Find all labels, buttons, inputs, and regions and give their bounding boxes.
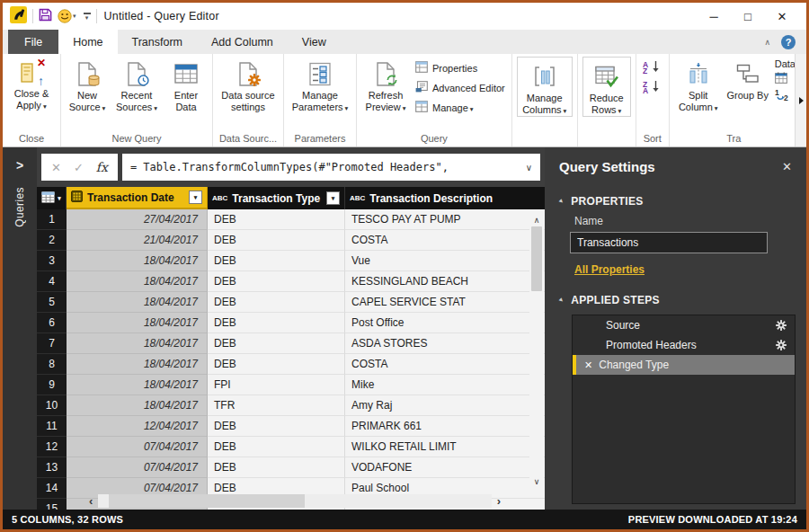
data-source-settings-button[interactable]: Data source settings bbox=[216, 55, 280, 113]
cell-transaction-date[interactable]: 18/04/2017 bbox=[67, 313, 208, 333]
scroll-left-icon[interactable]: ‹ bbox=[84, 494, 98, 508]
cell-transaction-type[interactable]: DEB bbox=[208, 292, 345, 313]
cell-transaction-description[interactable]: ASDA STORES bbox=[345, 333, 545, 354]
cell-transaction-date[interactable]: 18/04/2017 bbox=[67, 292, 208, 313]
step-settings-gear-icon[interactable] bbox=[776, 320, 787, 331]
row-number[interactable]: 8 bbox=[37, 354, 67, 375]
cell-transaction-type[interactable]: DEB bbox=[208, 354, 345, 375]
new-source-button[interactable]: New Source▾ bbox=[64, 55, 111, 113]
feedback-smiley-button[interactable]: ▾ bbox=[58, 9, 76, 23]
data-type-label[interactable]: Data bbox=[775, 58, 796, 69]
tab-view[interactable]: View bbox=[288, 30, 341, 54]
row-number[interactable]: 15 bbox=[37, 499, 67, 510]
cell-transaction-description[interactable]: VODAFONE bbox=[345, 457, 545, 478]
row-number[interactable]: 5 bbox=[37, 292, 67, 313]
advanced-editor-button[interactable]: Advanced Editor bbox=[415, 80, 505, 95]
formula-accept-icon[interactable]: ✓ bbox=[74, 161, 84, 174]
fx-icon[interactable]: fx bbox=[96, 160, 108, 174]
ribbon-overflow-strip[interactable] bbox=[795, 54, 806, 146]
cell-transaction-description[interactable]: KESSINGLAND BEACH bbox=[345, 271, 545, 292]
cell-transaction-date[interactable]: 18/04/2017 bbox=[67, 354, 208, 375]
cell-transaction-type[interactable]: DEB bbox=[208, 457, 345, 478]
minimize-button[interactable]: ─ bbox=[697, 10, 731, 23]
cell-transaction-type[interactable]: DEB bbox=[208, 251, 345, 271]
collapse-ribbon-icon[interactable]: ∧ bbox=[764, 38, 770, 47]
row-number[interactable]: 12 bbox=[37, 437, 67, 457]
save-button[interactable] bbox=[39, 8, 52, 25]
query-name-input[interactable] bbox=[570, 232, 768, 253]
row-number[interactable]: 3 bbox=[37, 251, 67, 271]
select-all-corner-button[interactable]: ▾ bbox=[37, 187, 67, 209]
cell-transaction-date[interactable]: 07/04/2017 bbox=[67, 457, 208, 478]
delete-step-icon[interactable]: ✕ bbox=[584, 359, 592, 371]
row-number[interactable]: 11 bbox=[37, 416, 67, 437]
close-and-apply-button[interactable]: ✕ ↑ Close & Apply▾ bbox=[5, 55, 58, 111]
cell-transaction-date[interactable]: 12/04/2017 bbox=[67, 416, 208, 437]
cell-transaction-description[interactable]: COSTA bbox=[345, 354, 545, 375]
cell-transaction-date[interactable]: 21/04/2017 bbox=[67, 230, 208, 251]
cell-transaction-description[interactable]: Vue bbox=[345, 251, 545, 271]
refresh-preview-button[interactable]: Refresh Preview▾ bbox=[360, 55, 412, 113]
cell-transaction-description[interactable]: PRIMARK 661 bbox=[345, 416, 545, 437]
expand-queries-pane-icon[interactable]: > bbox=[16, 158, 23, 173]
step-promoted-headers[interactable]: Promoted Headers bbox=[573, 335, 795, 355]
properties-button[interactable]: Properties bbox=[415, 60, 505, 75]
cell-transaction-description[interactable]: Post Office bbox=[345, 313, 545, 333]
group-by-button[interactable]: Group By bbox=[725, 55, 771, 102]
manage-columns-button[interactable]: Manage Columns▾ bbox=[518, 58, 572, 116]
applied-steps-section-header[interactable]: ▲ APPLIED STEPS bbox=[545, 276, 806, 312]
cell-transaction-date[interactable]: 07/04/2017 bbox=[67, 437, 208, 457]
enter-data-button[interactable]: Enter Data bbox=[163, 55, 209, 113]
cell-transaction-date[interactable]: 18/04/2017 bbox=[67, 395, 208, 416]
scroll-up-icon[interactable]: ∧ bbox=[529, 213, 544, 226]
cell-transaction-type[interactable]: DEB bbox=[208, 313, 345, 333]
formula-expand-icon[interactable]: ∨ bbox=[526, 163, 532, 173]
cell-transaction-type[interactable]: DEB bbox=[208, 271, 345, 292]
close-panel-icon[interactable]: ✕ bbox=[782, 160, 792, 173]
split-column-button[interactable]: Split Column▾ bbox=[672, 55, 725, 113]
horizontal-scroll-track[interactable] bbox=[98, 494, 491, 508]
column-header-transaction-description[interactable]: ABC Transaction Description bbox=[345, 187, 545, 209]
step-settings-gear-icon[interactable] bbox=[776, 340, 787, 350]
filter-dropdown-button[interactable]: ▾ bbox=[189, 191, 202, 204]
cell-transaction-description[interactable]: WILKO RETAIL LIMIT bbox=[345, 437, 545, 457]
filter-dropdown-button[interactable]: ▾ bbox=[326, 191, 340, 205]
cell-transaction-date[interactable]: 18/04/2017 bbox=[67, 375, 208, 395]
tab-transform[interactable]: Transform bbox=[118, 30, 198, 54]
properties-section-header[interactable]: ▲ PROPERTIES bbox=[545, 184, 806, 213]
horizontal-scroll-thumb[interactable] bbox=[109, 494, 305, 508]
scroll-right-icon[interactable]: › bbox=[492, 494, 506, 508]
row-number[interactable]: 14 bbox=[37, 478, 67, 499]
recent-sources-button[interactable]: Recent Sources▾ bbox=[111, 55, 163, 113]
step-source[interactable]: Source bbox=[573, 315, 795, 335]
queries-pane-label[interactable]: Queries bbox=[13, 187, 26, 227]
cell-transaction-type[interactable]: DEB bbox=[208, 416, 345, 437]
cell-transaction-description[interactable]: COSTA bbox=[345, 230, 545, 251]
row-number[interactable]: 7 bbox=[37, 333, 67, 354]
all-properties-link[interactable]: All Properties bbox=[574, 263, 645, 276]
cell-transaction-date[interactable]: 18/04/2017 bbox=[67, 271, 208, 292]
formula-cancel-icon[interactable]: ✕ bbox=[51, 161, 61, 174]
horizontal-scrollbar[interactable]: ‹ › bbox=[84, 493, 506, 508]
tab-home[interactable]: Home bbox=[58, 30, 117, 54]
row-number[interactable]: 13 bbox=[37, 457, 67, 478]
row-number[interactable]: 6 bbox=[37, 313, 67, 333]
vertical-scrollbar[interactable]: ∧ ∨ bbox=[529, 213, 544, 488]
scroll-down-icon[interactable]: ∨ bbox=[529, 474, 544, 488]
column-header-transaction-date[interactable]: Transaction Date ▾ bbox=[67, 187, 208, 209]
reduce-rows-button[interactable]: Reduce Rows▾ bbox=[583, 58, 630, 116]
row-number[interactable]: 10 bbox=[37, 395, 67, 416]
cell-transaction-date[interactable]: 27/04/2017 bbox=[67, 209, 208, 230]
row-number[interactable]: 9 bbox=[37, 375, 67, 395]
vertical-scroll-thumb[interactable] bbox=[531, 226, 542, 291]
cell-transaction-type[interactable]: DEB bbox=[208, 333, 345, 354]
cell-transaction-type[interactable]: DEB bbox=[208, 437, 345, 457]
manage-parameters-button[interactable]: Manage Parameters▾ bbox=[287, 55, 353, 113]
row-number[interactable]: 2 bbox=[37, 230, 67, 251]
row-number[interactable]: 4 bbox=[37, 271, 67, 292]
cell-transaction-type[interactable]: FPI bbox=[208, 375, 345, 395]
cell-transaction-type[interactable]: DEB bbox=[208, 230, 345, 251]
sort-ascending-icon[interactable]: AZ bbox=[643, 60, 662, 77]
calendar-icon[interactable] bbox=[775, 72, 787, 85]
cell-transaction-type[interactable]: TFR bbox=[208, 395, 345, 416]
